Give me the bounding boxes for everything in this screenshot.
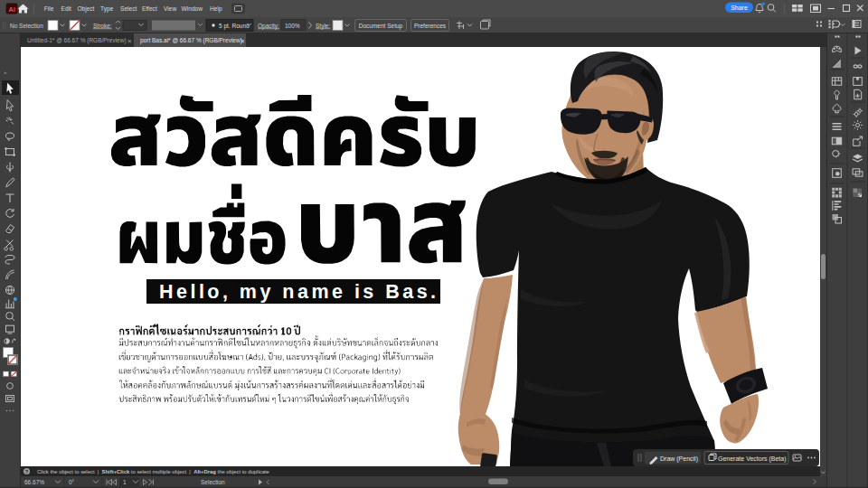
svg-text:View: View: [164, 5, 176, 12]
svg-text:Style:: Style:: [316, 23, 330, 30]
svg-text:No Selection: No Selection: [10, 23, 43, 29]
svg-text:Effect: Effect: [142, 5, 157, 12]
svg-text:66.67%: 66.67%: [24, 479, 44, 485]
svg-text:0°: 0°: [69, 479, 75, 485]
svg-text:5 pt. Round: 5 pt. Round: [219, 23, 250, 30]
svg-text:✕: ✕: [241, 38, 245, 44]
svg-text:Preferences: Preferences: [414, 23, 447, 29]
svg-text:File: File: [44, 5, 54, 12]
svg-text:Opacity:: Opacity:: [258, 23, 279, 30]
svg-text:1: 1: [123, 479, 127, 485]
svg-text:Window: Window: [182, 5, 203, 12]
svg-text:Edit: Edit: [61, 5, 72, 12]
svg-text:Document Setup: Document Setup: [359, 23, 403, 30]
svg-text:Select: Select: [120, 5, 137, 12]
svg-text:Object: Object: [77, 5, 94, 13]
svg-text:✕: ✕: [127, 38, 132, 44]
svg-text:Selection: Selection: [201, 479, 225, 485]
svg-text:Stroke:: Stroke:: [93, 23, 112, 29]
svg-text:»: »: [4, 70, 7, 75]
svg-text:Click the object to select |: Click the object to select | Shift+Click…: [37, 469, 270, 474]
svg-text:Type: Type: [100, 5, 114, 13]
svg-text:Share: Share: [731, 5, 748, 11]
svg-text:100%: 100%: [285, 23, 300, 29]
svg-text:Help: Help: [210, 5, 222, 13]
svg-text:Ai: Ai: [8, 5, 15, 14]
